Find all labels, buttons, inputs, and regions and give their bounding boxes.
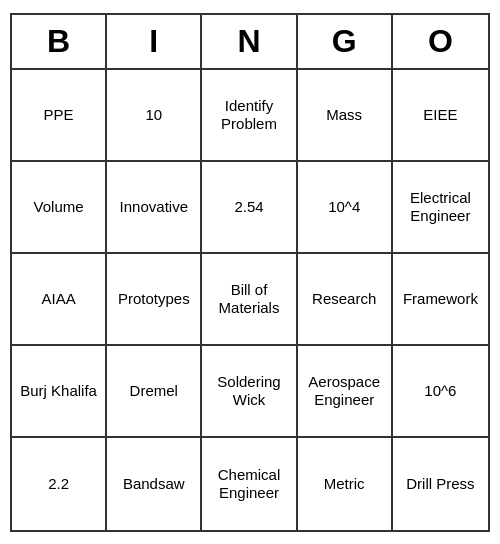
bingo-cell-0: PPE (12, 70, 107, 162)
bingo-cell-10: AIAA (12, 254, 107, 346)
bingo-cell-9: Electrical Engineer (393, 162, 488, 254)
bingo-cell-5: Volume (12, 162, 107, 254)
bingo-cell-20: 2.2 (12, 438, 107, 530)
cell-text-15: Burj Khalifa (20, 382, 97, 400)
bingo-cell-7: 2.54 (202, 162, 297, 254)
cell-text-10: AIAA (42, 290, 76, 308)
bingo-header: BINGO (12, 15, 488, 70)
cell-text-1: 10 (145, 106, 162, 124)
cell-text-20: 2.2 (48, 475, 69, 493)
bingo-cell-8: 10^4 (298, 162, 393, 254)
header-letter-b: B (12, 15, 107, 68)
bingo-cell-23: Metric (298, 438, 393, 530)
bingo-cell-24: Drill Press (393, 438, 488, 530)
bingo-card: BINGO PPE10Identify ProblemMassEIEEVolum… (10, 13, 490, 532)
cell-text-21: Bandsaw (123, 475, 185, 493)
cell-text-6: Innovative (120, 198, 188, 216)
cell-text-3: Mass (326, 106, 362, 124)
bingo-cell-16: Dremel (107, 346, 202, 438)
header-letter-i: I (107, 15, 202, 68)
header-letter-g: G (298, 15, 393, 68)
cell-text-0: PPE (44, 106, 74, 124)
bingo-cell-1: 10 (107, 70, 202, 162)
cell-text-13: Research (312, 290, 376, 308)
bingo-cell-11: Prototypes (107, 254, 202, 346)
bingo-grid: PPE10Identify ProblemMassEIEEVolumeInnov… (12, 70, 488, 530)
cell-text-19: 10^6 (424, 382, 456, 400)
cell-text-9: Electrical Engineer (397, 189, 484, 225)
bingo-cell-12: Bill of Materials (202, 254, 297, 346)
bingo-cell-18: Aerospace Engineer (298, 346, 393, 438)
cell-text-14: Framework (403, 290, 478, 308)
cell-text-16: Dremel (130, 382, 178, 400)
bingo-cell-19: 10^6 (393, 346, 488, 438)
cell-text-18: Aerospace Engineer (302, 373, 387, 409)
bingo-cell-22: Chemical Engineer (202, 438, 297, 530)
header-letter-o: O (393, 15, 488, 68)
bingo-cell-6: Innovative (107, 162, 202, 254)
bingo-cell-14: Framework (393, 254, 488, 346)
cell-text-23: Metric (324, 475, 365, 493)
cell-text-2: Identify Problem (206, 97, 291, 133)
cell-text-24: Drill Press (406, 475, 474, 493)
cell-text-8: 10^4 (328, 198, 360, 216)
bingo-cell-15: Burj Khalifa (12, 346, 107, 438)
bingo-cell-21: Bandsaw (107, 438, 202, 530)
cell-text-12: Bill of Materials (206, 281, 291, 317)
cell-text-11: Prototypes (118, 290, 190, 308)
bingo-cell-2: Identify Problem (202, 70, 297, 162)
bingo-cell-4: EIEE (393, 70, 488, 162)
bingo-cell-3: Mass (298, 70, 393, 162)
cell-text-7: 2.54 (234, 198, 263, 216)
header-letter-n: N (202, 15, 297, 68)
cell-text-4: EIEE (423, 106, 457, 124)
cell-text-5: Volume (34, 198, 84, 216)
bingo-cell-13: Research (298, 254, 393, 346)
cell-text-22: Chemical Engineer (206, 466, 291, 502)
bingo-cell-17: Soldering Wick (202, 346, 297, 438)
cell-text-17: Soldering Wick (206, 373, 291, 409)
